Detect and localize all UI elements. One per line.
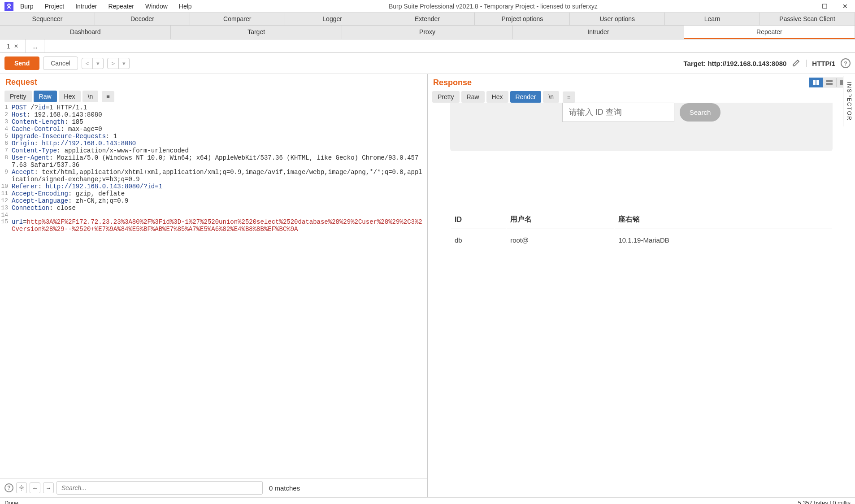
menu-window[interactable]: Window: [145, 3, 168, 10]
tab-user-options[interactable]: User options: [570, 13, 665, 25]
view-tab-hex[interactable]: Hex: [486, 91, 508, 103]
view-tab-render[interactable]: Render: [510, 91, 542, 103]
svg-point-0: [21, 487, 22, 489]
table-cell: root@: [507, 230, 614, 250]
svg-rect-1: [813, 80, 816, 85]
table-header: 用户名: [507, 210, 614, 229]
svg-rect-3: [826, 80, 833, 82]
nav-forward-button[interactable]: >: [107, 58, 119, 69]
menu-burp[interactable]: Burp: [20, 3, 34, 10]
tab-project-options[interactable]: Project options: [475, 13, 570, 25]
svg-rect-4: [826, 83, 833, 85]
tab-learn[interactable]: Learn: [665, 13, 760, 25]
help-icon[interactable]: ?: [4, 483, 13, 492]
nav-back-dropdown[interactable]: ▾: [93, 58, 104, 69]
tab-repeater[interactable]: Repeater: [684, 26, 855, 39]
tab-logger[interactable]: Logger: [285, 13, 380, 25]
tab-passive-scan-client[interactable]: Passive Scan Client: [760, 13, 855, 25]
search-next-icon[interactable]: →: [43, 482, 54, 493]
tab-comparer[interactable]: Comparer: [190, 13, 285, 25]
window-title: Burp Suite Professional v2021.8 - Tempor…: [192, 3, 794, 10]
table-header: ID: [451, 210, 506, 229]
editor-menu-icon[interactable]: ≡: [563, 91, 575, 103]
tab-decoder[interactable]: Decoder: [95, 13, 190, 25]
view-tab-hex[interactable]: Hex: [59, 91, 81, 102]
layout-split-horizontal[interactable]: [823, 78, 836, 87]
tab-extender[interactable]: Extender: [380, 13, 475, 25]
search-input[interactable]: [56, 481, 263, 495]
cancel-button[interactable]: Cancel: [43, 56, 78, 70]
tab-intruder[interactable]: Intruder: [513, 26, 684, 39]
http-version[interactable]: HTTP/1: [806, 60, 835, 67]
table-cell: 10.1.19-MariaDB: [615, 230, 832, 250]
view-tab-raw[interactable]: Raw: [461, 91, 485, 103]
response-render-area: Search ID用户名座右铭 dbroot@10.1.19-MariaDB: [428, 103, 855, 497]
menu-project[interactable]: Project: [45, 3, 65, 10]
table-header: 座右铭: [615, 210, 832, 229]
status-left: Done: [4, 500, 18, 504]
search-prev-icon[interactable]: ←: [30, 482, 40, 493]
nav-forward-dropdown[interactable]: ▾: [119, 58, 130, 69]
close-tab-icon[interactable]: ✕: [14, 43, 18, 49]
help-icon[interactable]: ?: [841, 58, 851, 68]
target-label: Target: http://192.168.0.143:8080: [683, 60, 786, 67]
nav-back-button[interactable]: <: [82, 58, 93, 69]
view-tab-n[interactable]: \n: [543, 91, 559, 103]
result-table: ID用户名座右铭 dbroot@10.1.19-MariaDB: [450, 209, 833, 251]
app-icon: [4, 2, 13, 11]
matches-count: 0 matches: [269, 484, 300, 492]
send-button[interactable]: Send: [4, 56, 39, 70]
layout-split-vertical[interactable]: [809, 78, 823, 87]
rendered-search-button[interactable]: Search: [680, 103, 721, 122]
tab-sequencer[interactable]: Sequencer: [0, 13, 95, 25]
request-title: Request: [5, 78, 37, 87]
svg-rect-2: [816, 80, 819, 85]
table-row: dbroot@10.1.19-MariaDB: [451, 230, 832, 250]
tab-dashboard[interactable]: Dashboard: [0, 26, 171, 39]
view-tab-pretty[interactable]: Pretty: [4, 91, 32, 102]
status-right: 5,357 bytes | 0 millis: [798, 500, 851, 504]
repeater-tab-1[interactable]: 1✕: [0, 39, 26, 52]
view-tab-n[interactable]: \n: [82, 91, 99, 102]
maximize-button[interactable]: ☐: [815, 0, 835, 13]
close-button[interactable]: ✕: [835, 0, 855, 13]
menu-repeater[interactable]: Repeater: [108, 3, 134, 10]
tab-target[interactable]: Target: [171, 26, 342, 39]
view-tab-pretty[interactable]: Pretty: [432, 91, 460, 103]
edit-target-icon[interactable]: [792, 58, 801, 69]
request-editor[interactable]: 1POST /?id=1 HTTP/1.12Host: 192.168.0.14…: [0, 102, 427, 478]
menu-help[interactable]: Help: [179, 3, 192, 10]
rendered-search-input[interactable]: [562, 103, 674, 122]
minimize-button[interactable]: —: [794, 0, 815, 13]
menu-intruder[interactable]: Intruder: [75, 3, 97, 10]
view-tab-raw[interactable]: Raw: [34, 91, 57, 102]
inspector-tab[interactable]: INSPECTOR: [843, 76, 855, 126]
table-cell: db: [451, 230, 506, 250]
editor-menu-icon[interactable]: ≡: [102, 91, 114, 102]
repeater-tab-...[interactable]: ...: [26, 39, 45, 52]
tab-proxy[interactable]: Proxy: [342, 26, 513, 39]
response-title: Response: [433, 78, 472, 87]
settings-icon[interactable]: [16, 482, 27, 493]
